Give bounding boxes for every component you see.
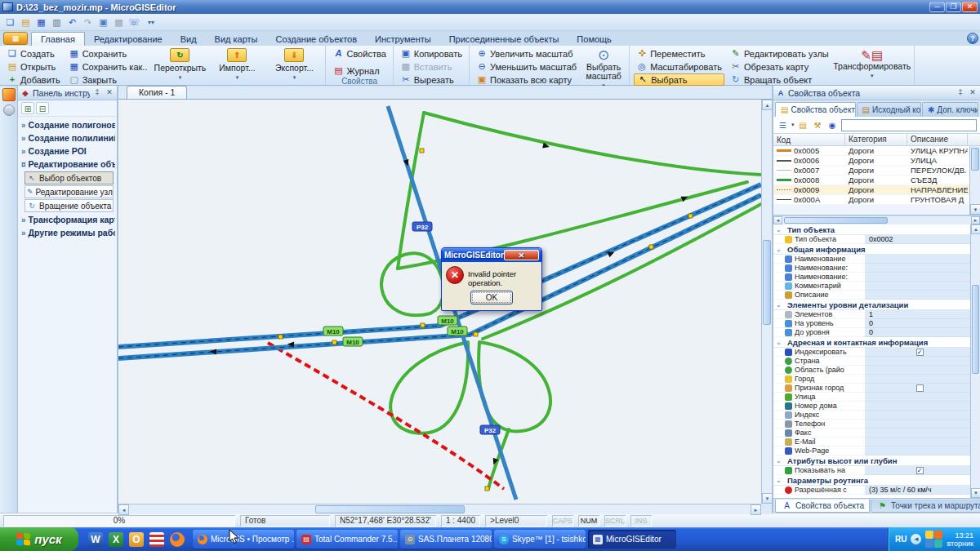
table-row-selected[interactable]: 0x0009 Дороги НАПРАВЛЕНИЕ xyxy=(773,185,980,195)
group-create-polygons[interactable]: »Создание полигонов xyxy=(20,118,115,131)
paste-icon[interactable]: ▩ xyxy=(112,16,126,29)
tab-redaktirovanie[interactable]: Редактирование xyxy=(85,33,172,46)
clock[interactable]: 13:21 вторник xyxy=(947,531,973,548)
transform-button[interactable]: ✎▤Трансформировать▾ xyxy=(835,47,910,80)
link-icon[interactable]: ☏ xyxy=(127,16,141,29)
dock-tool-icon[interactable] xyxy=(3,104,15,116)
table-row[interactable]: 0x0005 Дороги УЛИЦА КРУПНА xyxy=(773,146,980,156)
reopen-button[interactable]: ↻Переоткрыть▾ xyxy=(153,47,207,82)
zoom-in-button[interactable]: ⊕Увеличить масштаб xyxy=(474,47,579,60)
section-general-info[interactable]: ⌄Общая информация xyxy=(773,244,970,255)
property-row[interactable]: Область (райо xyxy=(773,366,970,375)
group-create-polylines[interactable]: »Создание полилиний xyxy=(20,131,115,144)
tool-select-objects[interactable]: ↖Выбор объектов xyxy=(24,171,114,184)
hide-icons-chevron-icon[interactable]: ◄ xyxy=(911,534,921,544)
property-row[interactable]: Улица xyxy=(773,393,970,402)
save-icon[interactable]: ▦ xyxy=(34,16,48,29)
section-height-attributes[interactable]: ⌄Атрибуты высот или глубин xyxy=(773,455,970,466)
task-microgis-viewer[interactable]: MicroGIS • Просмотр ... xyxy=(193,530,294,549)
add-button[interactable]: +Добавить xyxy=(4,73,63,86)
close-file-button[interactable]: ▢Закрыть xyxy=(66,73,150,86)
qat-overflow[interactable]: ▾▾ xyxy=(148,19,154,26)
tab-source-code[interactable]: ▤Исходный код xyxy=(857,102,921,117)
start-button[interactable]: пуск xyxy=(0,527,78,551)
select-scale-button[interactable]: ⊙Выбрать масштаб▾ xyxy=(582,47,625,90)
table-scroll-right-icon[interactable]: ► xyxy=(971,216,980,224)
table-scroll-down-icon[interactable]: ▼ xyxy=(970,204,980,215)
tab-prisoedinennye-obekty[interactable]: Присоединенные объекты xyxy=(440,33,568,46)
group-other-modes[interactable]: »Другие режимы работы xyxy=(20,226,115,239)
rotate-object-button[interactable]: ↻Вращать объект xyxy=(728,73,831,86)
table-row[interactable]: 0x0008 Дороги СЪЕЗД xyxy=(773,176,980,185)
group-create-poi[interactable]: »Создание POI xyxy=(20,144,115,158)
property-row[interactable]: Телефон xyxy=(773,420,970,429)
viewer-app-icon[interactable] xyxy=(149,532,164,547)
search-input[interactable] xyxy=(841,119,977,131)
folder-icon[interactable]: ▤ xyxy=(797,119,809,131)
checkbox-checked[interactable]: ✓ xyxy=(916,467,924,474)
map-document-tab[interactable]: Копия - 1 xyxy=(127,86,187,99)
tab-extra-keys[interactable]: ✱Доп. ключи xyxy=(922,102,978,117)
scale-object-button[interactable]: ◎Масштабировать xyxy=(634,60,724,73)
table-horizontal-scrollbar[interactable]: ◄ ► xyxy=(773,216,980,224)
zoom-out-button[interactable]: ⊖Уменьшить масштаб xyxy=(474,60,579,73)
language-indicator[interactable]: RU xyxy=(895,535,906,544)
property-row[interactable]: Город xyxy=(773,375,970,384)
redo-icon[interactable]: ↷ xyxy=(81,16,95,29)
property-row[interactable]: Комментарий xyxy=(773,282,970,291)
excel-icon[interactable]: X xyxy=(109,532,123,547)
panel-close-icon[interactable]: ✕ xyxy=(105,88,114,98)
cut-button[interactable]: ✂Вырезать xyxy=(398,73,465,86)
close-button[interactable]: ✕ xyxy=(962,2,978,12)
property-row[interactable]: Показывать на✓ xyxy=(773,466,970,475)
scroll-left-icon[interactable]: ◄ xyxy=(118,504,129,515)
properties-close-icon[interactable]: ✕ xyxy=(968,88,978,98)
wrench-icon[interactable]: ⚒ xyxy=(812,119,824,131)
col-header-description[interactable]: Описание xyxy=(907,134,968,145)
dock-app-icon[interactable] xyxy=(2,88,16,101)
show-all-map-button[interactable]: ▣Показать всю карту xyxy=(474,73,579,86)
open-button[interactable]: ▤Открыть xyxy=(4,60,63,73)
property-row[interactable]: Наименование: xyxy=(773,273,970,282)
section-detail-levels[interactable]: ⌄Элементы уровни детализации xyxy=(773,300,970,310)
edit-nodes-button[interactable]: ✎Редактировать узлы xyxy=(728,47,831,60)
property-row[interactable]: Индекс xyxy=(773,411,970,420)
tab-vid-karty[interactable]: Вид карты xyxy=(206,33,267,46)
list-view-dropdown-icon[interactable]: ▾ xyxy=(791,122,795,128)
properties-button[interactable]: AСвойства xyxy=(330,47,388,60)
copy-button[interactable]: ▣Копировать xyxy=(398,47,465,60)
section-routing-params[interactable]: ⌄Параметры роутинга xyxy=(773,475,970,486)
help-icon[interactable]: ? xyxy=(967,33,978,44)
select-button[interactable]: ↖Выбрать xyxy=(634,73,724,86)
table-row[interactable]: 0x000A Дороги ГРУНТОВАЯ Д xyxy=(773,195,980,205)
copy-icon[interactable]: ▣ xyxy=(96,16,110,29)
import-button[interactable]: ⇑Импорт...▾ xyxy=(210,47,264,82)
grid-scroll-up-icon[interactable]: ▲ xyxy=(971,224,980,234)
task-skype[interactable]: SSkype™ [1] - tsishko... xyxy=(494,530,586,549)
property-row[interactable]: Страна xyxy=(773,357,970,366)
property-row[interactable]: Индексировать✓ xyxy=(773,348,970,357)
export-button[interactable]: ⇓Экспорт...▾ xyxy=(267,47,321,82)
minimize-button[interactable]: ─ xyxy=(929,2,945,12)
tab-vid[interactable]: Вид xyxy=(172,33,206,46)
property-row[interactable]: Тип объекта0x0002 xyxy=(773,235,970,244)
property-row[interactable]: Наименование: xyxy=(773,264,970,273)
map-canvas[interactable]: M10 M10 M10 M10 P32 P32 xyxy=(118,100,761,504)
new-icon[interactable]: ❏ xyxy=(3,16,17,29)
grid-vertical-scrollbar[interactable]: ▲ ▼ xyxy=(970,224,980,498)
tab-pomosch[interactable]: Помощь xyxy=(568,33,621,46)
table-scroll-left-icon[interactable]: ◄ xyxy=(773,216,782,224)
group-transform-map[interactable]: »Трансформация карты xyxy=(20,213,115,226)
tool-rotate-object[interactable]: ↻Вращение объекта xyxy=(24,199,114,212)
save-button[interactable]: ▦Сохранить xyxy=(66,47,150,60)
property-row[interactable]: Наименование xyxy=(773,255,970,264)
scroll-down-icon[interactable]: ▼ xyxy=(762,493,773,504)
move-button[interactable]: ✜Переместить xyxy=(634,47,724,60)
section-address-contact[interactable]: ⌄Адресная и контактная информация xyxy=(773,337,970,348)
open-icon[interactable]: ▤ xyxy=(19,16,33,29)
list-view-icon[interactable]: ☰ xyxy=(777,119,789,131)
save-all-icon[interactable]: ▥ xyxy=(50,16,64,29)
application-menu-button[interactable]: ▦ xyxy=(3,32,28,45)
group-edit-objects[interactable]: ¤Редактирование объектов xyxy=(20,158,115,171)
tray-icons[interactable] xyxy=(925,531,942,548)
